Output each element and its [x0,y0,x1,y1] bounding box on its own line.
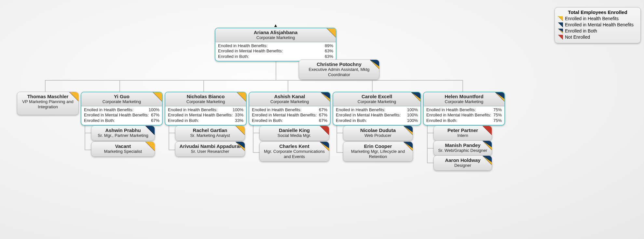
branch-card[interactable]: Carole Excell Corporate Marketing Enolle… [333,92,421,126]
legend-box: Total Employees Enrolled Enrolled in Hea… [555,7,641,43]
legend-tag-icon [558,16,563,21]
child-card[interactable]: Arivudai Nambi Appadurai Sr. User Resear… [175,141,245,157]
legend-tag-icon [558,22,563,27]
child-card[interactable]: Aaron Holdway Designer [433,155,492,171]
legend-tag-icon [558,35,563,40]
assistant-name: Christine Potochny [302,61,377,67]
child-card[interactable]: Charles Kent Mgr. Corporate Communicatio… [259,141,329,162]
up-arrow-icon: ▲ [273,23,278,28]
legend-title: Total Employees Enrolled [558,9,637,15]
branch-card[interactable]: Ashish Kanal Corporate Marketing Enolled… [249,92,331,126]
branch-card[interactable]: Helen Mountford Corporate Marketing Enol… [423,92,505,126]
child-card[interactable]: Peter Partner Intern [433,126,492,141]
legend-tag-icon [558,29,563,33]
assistant-card[interactable]: Christine Potochny Executive Admin Assis… [299,60,379,80]
root-card[interactable]: Ariana Alisjahbana Corporate Marketing E… [215,28,336,61]
child-card[interactable]: Rachel Gartlan Sr. Marketing Analyst [175,126,245,141]
assistant-subtitle: Executive Admin Assistant, Mktg Coordina… [302,67,377,77]
child-card[interactable]: Danielle King Social Media Mgr. [259,126,329,141]
child-card[interactable]: Manish Pandey Sr. Web/Graphic Designer [433,140,492,156]
root-subtitle: Corporate Marketing [217,35,334,40]
root-name: Ariana Alisjahbana [217,30,334,35]
child-card[interactable]: Erin Cooper Marketing Mgr, Lifecycle and… [343,141,413,162]
branch-card[interactable]: Thomas Maschler VP Marketing Planning an… [17,92,79,115]
child-card[interactable]: Nicolae Duduta Web Producer [343,126,413,141]
child-card[interactable]: Vacant Marketing Specialist [91,141,155,157]
child-card[interactable]: Ashwin Prabhu Sr. Mgr., Partner Marketin… [91,126,155,141]
branch-card[interactable]: Nicholas Bianco Corporate Marketing Enol… [165,92,247,126]
branch-card[interactable]: Yi Guo Corporate Marketing Enolled in He… [81,92,163,126]
